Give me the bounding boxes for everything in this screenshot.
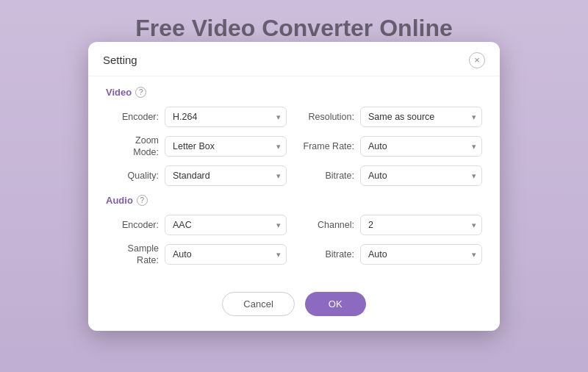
sample-rate-select-wrapper: Auto 44100 48000 ▾ — [165, 244, 287, 265]
resolution-row: Resolution: Same as source 1080p 720p 48… — [301, 107, 482, 127]
audio-bitrate-select[interactable]: Auto 128k 192k 320k — [360, 244, 482, 265]
dialog-overlay: Setting × Video ? Encoder: H.264 H.265 M… — [0, 0, 588, 372]
channel-select-wrapper: 2 1 6 ▾ — [360, 215, 482, 235]
audio-encoder-select[interactable]: AAC MP3 AC3 OGG — [165, 215, 287, 235]
audio-encoder-label: Encoder: — [106, 220, 159, 230]
frame-rate-select[interactable]: Auto 24 25 30 60 — [360, 136, 482, 157]
dialog-footer: Cancel OK — [88, 285, 500, 331]
quality-row: Quality: Standard High Low ▾ — [106, 165, 287, 186]
quality-label: Quality: — [106, 171, 159, 181]
close-button[interactable]: × — [469, 52, 485, 68]
frame-rate-select-wrapper: Auto 24 25 30 60 ▾ — [360, 136, 482, 157]
encoder-select-wrapper: H.264 H.265 MPEG-4 ▾ — [165, 107, 287, 127]
ok-button[interactable]: OK — [305, 292, 366, 316]
zoom-select-wrapper: Letter Box Pan & Scan Full ▾ — [165, 136, 287, 157]
encoder-label: Encoder: — [106, 112, 159, 122]
quality-select-wrapper: Standard High Low ▾ — [165, 165, 287, 186]
frame-rate-row: Frame Rate: Auto 24 25 30 60 ▾ — [301, 135, 482, 159]
zoom-select[interactable]: Letter Box Pan & Scan Full — [165, 136, 287, 157]
settings-dialog: Setting × Video ? Encoder: H.264 H.265 M… — [88, 42, 500, 331]
video-help-icon[interactable]: ? — [135, 87, 146, 98]
resolution-select[interactable]: Same as source 1080p 720p 480p — [360, 107, 482, 127]
channel-label: Channel: — [301, 220, 354, 230]
audio-bitrate-label: Bitrate: — [301, 249, 354, 260]
audio-fields-grid: Encoder: AAC MP3 AC3 OGG ▾ Channel: — [106, 215, 482, 267]
video-section-label: Video ? — [106, 87, 482, 98]
cancel-button[interactable]: Cancel — [222, 292, 294, 316]
sample-rate-row: SampleRate: Auto 44100 48000 ▾ — [106, 243, 287, 267]
video-fields-grid: Encoder: H.264 H.265 MPEG-4 ▾ Resolution… — [106, 107, 482, 187]
audio-bitrate-select-wrapper: Auto 128k 192k 320k ▾ — [360, 244, 482, 265]
zoom-mode-label: ZoomMode: — [106, 135, 159, 159]
channel-row: Channel: 2 1 6 ▾ — [301, 215, 482, 235]
channel-select[interactable]: 2 1 6 — [360, 215, 482, 235]
dialog-title: Setting — [103, 54, 137, 66]
frame-rate-label: Frame Rate: — [301, 141, 354, 151]
video-bitrate-label: Bitrate: — [301, 171, 354, 181]
dialog-header: Setting × — [88, 42, 500, 76]
dialog-body: Video ? Encoder: H.264 H.265 MPEG-4 ▾ — [88, 76, 500, 285]
encoder-row: Encoder: H.264 H.265 MPEG-4 ▾ — [106, 107, 287, 127]
encoder-select[interactable]: H.264 H.265 MPEG-4 — [165, 107, 287, 127]
resolution-label: Resolution: — [301, 112, 354, 122]
audio-encoder-row: Encoder: AAC MP3 AC3 OGG ▾ — [106, 215, 287, 235]
quality-select[interactable]: Standard High Low — [165, 165, 287, 186]
sample-rate-select[interactable]: Auto 44100 48000 — [165, 244, 287, 265]
audio-help-icon[interactable]: ? — [137, 195, 148, 206]
resolution-select-wrapper: Same as source 1080p 720p 480p ▾ — [360, 107, 482, 127]
audio-section-label: Audio ? — [106, 195, 482, 206]
audio-bitrate-row: Bitrate: Auto 128k 192k 320k ▾ — [301, 243, 482, 267]
video-bitrate-select[interactable]: Auto 1000k 2000k 5000k — [360, 165, 482, 186]
audio-encoder-select-wrapper: AAC MP3 AC3 OGG ▾ — [165, 215, 287, 235]
video-bitrate-select-wrapper: Auto 1000k 2000k 5000k ▾ — [360, 165, 482, 186]
zoom-mode-row: ZoomMode: Letter Box Pan & Scan Full ▾ — [106, 135, 287, 159]
video-bitrate-row: Bitrate: Auto 1000k 2000k 5000k ▾ — [301, 165, 482, 186]
sample-rate-label: SampleRate: — [106, 243, 159, 267]
